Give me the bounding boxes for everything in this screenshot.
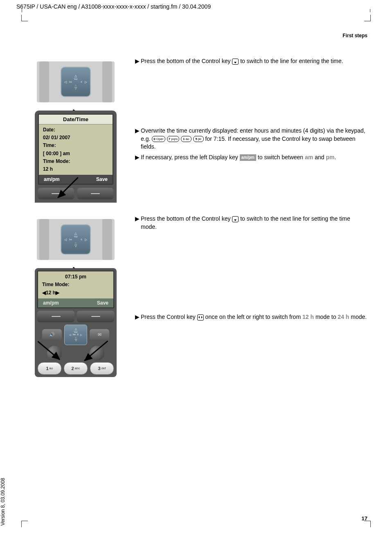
screen-line: Time: <box>43 142 108 149</box>
handset-mock-timemode: 07:15 pm Time Mode: ◀12 h▶ am/pm Save <box>35 268 117 377</box>
nav-pad: △ Vol ◁Int≡▷ ⌂ ▽ <box>64 325 87 345</box>
page-content: △ Vol ◁Int≡▷ ⌂ ▽ ▶ Press the bottom of t… <box>25 57 367 385</box>
crop-mark <box>364 521 371 527</box>
instruction-item: ▶ Overwrite the time currently displayed… <box>135 127 367 151</box>
key-5-icon: 5 jkl <box>193 136 204 142</box>
keypad-3: 3def <box>90 362 114 375</box>
keypad-2: 2abc <box>64 362 88 375</box>
softkey-left-label: am/pm <box>43 300 59 306</box>
softkey-right-hw <box>77 311 114 322</box>
crop-mark <box>364 15 371 21</box>
screen-title: Date/Time <box>39 115 113 124</box>
screen-line: Date: <box>43 126 108 134</box>
key-1-icon: 1 ao <box>181 136 191 142</box>
key-0-icon: 0 Oper <box>152 136 165 142</box>
instruction-item: ▶ Press the bottom of the Control key to… <box>135 215 367 231</box>
page-number: 17 <box>362 515 367 522</box>
version-stamp: Version 8, 03.09.2008 <box>0 478 6 526</box>
screen-line: Time Mode: <box>43 158 108 165</box>
control-key-photo: △ Vol ◁Int≡▷ ⌂ ▽ <box>37 61 115 102</box>
screen-line: Time Mode: <box>42 281 109 289</box>
screen-line: [ 00:00 ] am <box>43 150 108 158</box>
bullet-icon: ▶ <box>135 154 141 162</box>
screen-line: 12 h <box>43 165 108 173</box>
instruction-item: ▶ Press the Control key once on the left… <box>135 313 367 321</box>
speaker-key: 🔊 <box>42 329 62 341</box>
keypad-1: 1ao <box>38 362 61 375</box>
softkey-right-label: Save <box>97 300 108 306</box>
control-key-photo: △ Vol ◁Int≡▷ ⌂ ▽ <box>37 219 115 260</box>
crop-mark <box>21 521 28 527</box>
softkey-right-hw <box>77 188 113 199</box>
bullet-icon: ▶ <box>135 127 141 151</box>
control-leftright-icon <box>197 314 204 321</box>
instruction-item: ▶ Press the bottom of the Control key to… <box>135 57 367 65</box>
softkey-left-hw <box>37 311 74 322</box>
running-head: First steps <box>342 33 367 38</box>
screen-line: 02/ 01/ 2007 <box>43 134 108 142</box>
softkey-ampm-label: am/pm <box>240 154 256 161</box>
nav-pad: △ Vol ◁Int≡▷ ⌂ ▽ <box>61 224 91 255</box>
bullet-icon: ▶ <box>135 313 141 321</box>
doc-header: S675IP / USA-CAN eng / A31008-xxxx-xxxx-… <box>16 3 211 10</box>
crop-mark <box>21 15 28 21</box>
softkey-right-label: Save <box>96 176 108 182</box>
instruction-item: ▶ If necessary, press the left Display k… <box>135 154 367 162</box>
softkey-left-label: am/pm <box>44 176 60 182</box>
bullet-icon: ▶ <box>135 57 141 65</box>
bullet-icon: ▶ <box>135 215 141 231</box>
message-key: ✉ <box>90 329 109 341</box>
screen-line: 07:15 pm <box>42 273 109 281</box>
key-7-icon: 7 pqrs <box>167 136 179 142</box>
control-down-icon <box>232 59 239 65</box>
screen-line: ◀12 h▶ <box>42 289 109 297</box>
handset-mock-datetime: Date/Time Date: 02/ 01/ 2007 Time: [ 00:… <box>35 111 117 203</box>
nav-pad: △ Vol ◁Int≡▷ ⌂ ▽ <box>61 67 91 97</box>
control-down-icon <box>232 216 239 222</box>
